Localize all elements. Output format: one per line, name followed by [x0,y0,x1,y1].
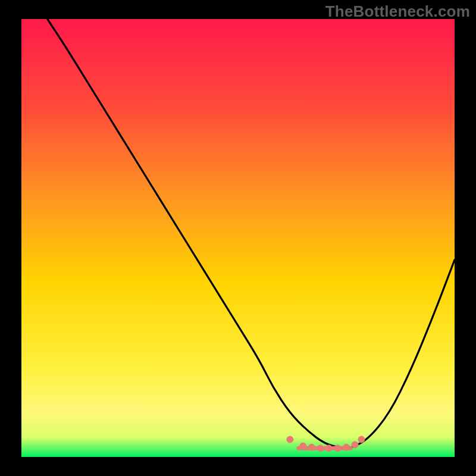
svg-point-9 [352,441,358,448]
svg-point-7 [334,445,341,452]
chart-container: TheBottleneck.com [0,0,476,476]
svg-point-5 [317,445,324,452]
plot-area [21,19,455,457]
svg-rect-0 [21,19,455,457]
svg-point-6 [325,445,332,452]
svg-point-8 [343,444,350,450]
svg-point-10 [358,436,365,443]
bottleneck-chart [21,19,455,457]
svg-point-3 [300,443,306,449]
svg-point-4 [308,444,315,450]
svg-point-2 [287,436,293,443]
watermark-text: TheBottleneck.com [325,2,470,21]
